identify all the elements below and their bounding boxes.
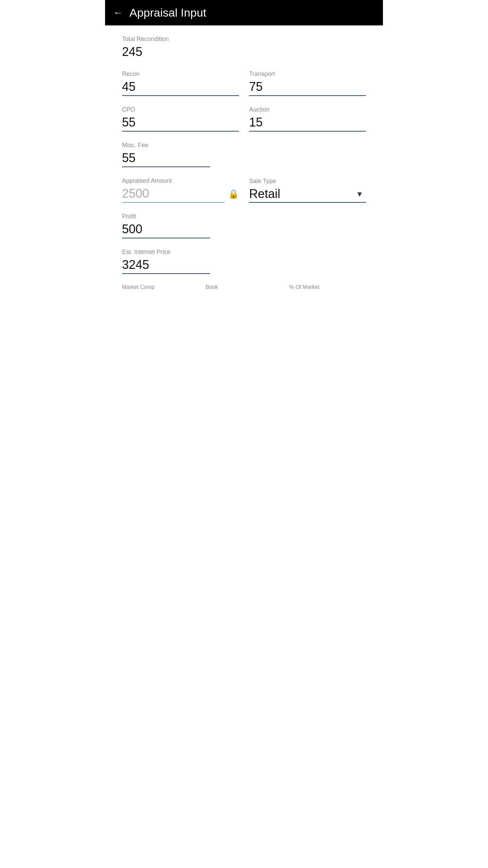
profit-row: Profit (122, 213, 366, 238)
cpo-field: CPO (122, 106, 239, 132)
content-area: Total Recondition 245 Recon Transport CP… (105, 25, 383, 300)
total-recondition-label: Total Recondition (122, 36, 366, 43)
transport-label: Transport (249, 71, 366, 78)
back-button[interactable]: ← (113, 7, 123, 18)
est-internet-price-field: Est. Internet Price (122, 249, 366, 274)
total-recondition-value: 245 (122, 45, 366, 60)
pct-of-market-label: % Of Market (289, 284, 366, 290)
est-internet-price-input[interactable] (122, 258, 210, 274)
sale-type-container: Retail Wholesale Auction ▼ (249, 187, 366, 203)
recon-input[interactable] (122, 80, 239, 96)
page-title: Appraisal Input (129, 6, 206, 19)
appraised-amount-field: Appraised Amount 🔒 (122, 177, 239, 203)
sale-type-field: Sale Type Retail Wholesale Auction ▼ (249, 178, 366, 203)
total-recondition-section: Total Recondition 245 (122, 36, 366, 60)
profit-input[interactable] (122, 222, 210, 238)
auction-input[interactable] (249, 115, 366, 132)
appraised-amount-input[interactable] (122, 186, 225, 203)
est-internet-price-row: Est. Internet Price (122, 249, 366, 274)
misc-fee-label: Misc. Fee (122, 142, 366, 149)
bottom-labels-row: Market Comp Book % Of Market (122, 284, 366, 290)
misc-fee-field: Misc. Fee (122, 142, 366, 167)
book-label: Book (206, 284, 283, 290)
profit-label: Profit (122, 213, 366, 220)
lock-icon: 🔒 (228, 189, 239, 199)
header: ← Appraisal Input (105, 0, 383, 25)
cpo-input[interactable] (122, 115, 239, 132)
profit-field: Profit (122, 213, 366, 238)
transport-input[interactable] (249, 80, 366, 96)
transport-field: Transport (249, 71, 366, 96)
appraised-saletype-row: Appraised Amount 🔒 Sale Type Retail Whol… (122, 177, 366, 203)
auction-field: Auction (249, 106, 366, 132)
market-comp-label: Market Comp (122, 284, 199, 290)
cpo-label: CPO (122, 106, 239, 113)
appraised-amount-label: Appraised Amount (122, 177, 239, 184)
sale-type-label: Sale Type (249, 178, 366, 185)
auction-label: Auction (249, 106, 366, 113)
recon-label: Recon (122, 71, 239, 78)
appraised-amount-container: 🔒 (122, 186, 239, 203)
cpo-auction-row: CPO Auction (122, 106, 366, 132)
recon-transport-row: Recon Transport (122, 71, 366, 96)
misc-fee-row: Misc. Fee (122, 142, 366, 167)
recon-field: Recon (122, 71, 239, 96)
sale-type-select[interactable]: Retail Wholesale Auction (249, 187, 366, 203)
misc-fee-input[interactable] (122, 151, 210, 167)
est-internet-price-label: Est. Internet Price (122, 249, 366, 256)
